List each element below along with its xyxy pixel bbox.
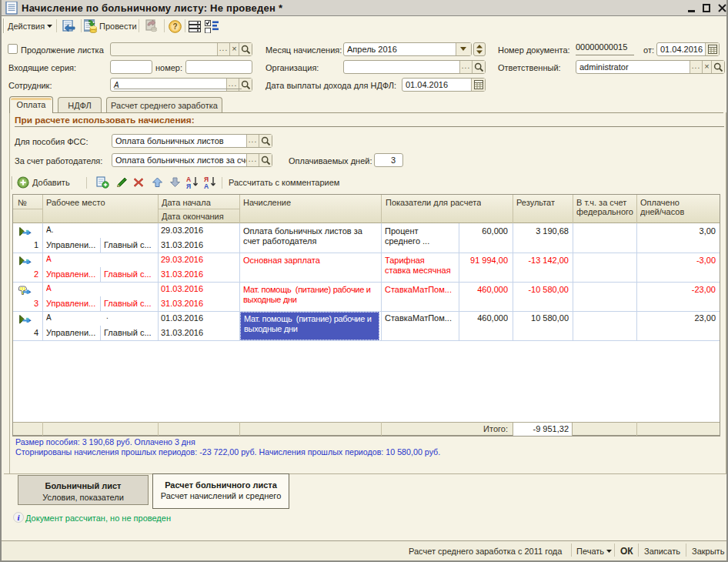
svg-text:Я: Я xyxy=(186,182,191,189)
svg-text:?: ? xyxy=(172,22,177,31)
svg-text:А: А xyxy=(204,182,209,189)
